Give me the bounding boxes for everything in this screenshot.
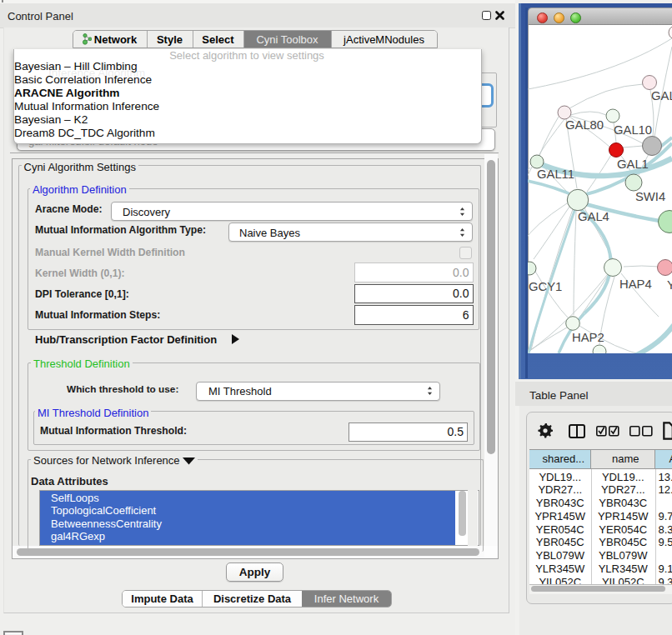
svg-text:GAL80: GAL80 <box>565 118 604 132</box>
svg-text:GAL11: GAL11 <box>537 168 574 181</box>
svg-text:HAP4: HAP4 <box>619 278 652 291</box>
svg-text:GAL1: GAL1 <box>617 158 649 171</box>
svg-text:HAP2: HAP2 <box>572 331 604 344</box>
svg-text:GCY1: GCY1 <box>529 280 562 293</box>
svg-text:YEL0: YEL0 <box>667 278 672 292</box>
svg-text:GAL10: GAL10 <box>614 123 652 137</box>
svg-text:SWI4: SWI4 <box>635 190 665 203</box>
svg-text:GAL7: GAL7 <box>651 89 672 102</box>
svg-text:GAL4: GAL4 <box>578 210 609 223</box>
